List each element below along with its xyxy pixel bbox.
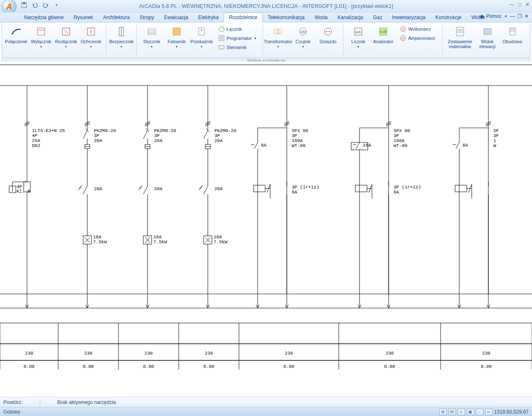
status-ortho-icon[interactable]: ▭	[485, 409, 493, 415]
tab-stropy[interactable]: Stropy	[135, 13, 159, 22]
svg-text:3P: 3P	[94, 133, 100, 138]
redo-icon[interactable]	[42, 1, 50, 9]
drawing-canvas[interactable]: 4PKl. BILTS-E3+N 254P25AD02PKZM0-203P20A…	[0, 61, 532, 391]
svg-rect-39	[484, 29, 491, 34]
svg-text:V: V	[402, 27, 404, 31]
lacznik-button[interactable]: Łącznik	[217, 25, 244, 33]
bezpiecznik-button[interactable]: Bezpiecznik▾	[110, 24, 133, 49]
przekaznik-button[interactable]: Przekaźnik▾	[190, 24, 213, 49]
svg-text:0.00: 0.00	[481, 364, 492, 369]
zestawienie-materialow-button[interactable]: Zestawienie materiałów	[446, 24, 474, 50]
tab-konstrukcje[interactable]: Konstrukcje	[431, 13, 467, 22]
svg-rect-1	[23, 2, 25, 4]
licznik-button[interactable]: kWhLicznik▾	[347, 24, 370, 49]
mdi-restore-icon[interactable]: ❐	[517, 13, 522, 19]
tab-rysunek[interactable]: Rysunek	[69, 13, 98, 22]
svg-text:0.00: 0.00	[24, 364, 34, 369]
tab-kanalizacja[interactable]: Kanalizacja	[332, 13, 368, 22]
svg-text:CM: CM	[300, 30, 306, 34]
svg-text:25A: 25A	[32, 138, 40, 143]
svg-rect-13	[199, 28, 204, 35]
qat-dropdown-icon[interactable]: ▼	[52, 1, 61, 9]
svg-text:ILTS-E3+N 25: ILTS-E3+N 25	[32, 128, 65, 133]
enclosure-icon	[506, 25, 519, 38]
svg-rect-41	[510, 29, 514, 31]
gniazdo-button[interactable]: Gniazdo	[316, 24, 340, 45]
programmer-icon	[218, 35, 225, 42]
svg-point-20	[274, 29, 279, 34]
tab-gaz[interactable]: Gaz	[368, 13, 387, 22]
status-ready: Gotowy	[3, 409, 20, 415]
svg-text:WT-00: WT-00	[292, 143, 305, 148]
tab-telekomunikacja[interactable]: Telekomunikacja	[263, 13, 310, 22]
svg-text:160A: 160A	[394, 138, 405, 143]
rozlacznik-button[interactable]: Rozłącznik▾	[54, 24, 78, 49]
close-icon[interactable]: ✕	[525, 2, 530, 7]
status-grid-icon[interactable]: ⊞	[439, 409, 447, 415]
tab-narzedzia-glowne[interactable]: Narzędzia główne	[19, 13, 69, 22]
svg-point-18	[220, 37, 223, 39]
svg-line-97	[143, 186, 148, 194]
status-snap-icon[interactable]: ∟	[476, 409, 483, 415]
wylacznik-button[interactable]: Wyłącznik▾	[30, 24, 53, 49]
save-icon[interactable]	[20, 1, 28, 9]
svg-text:3P: 3P	[154, 133, 160, 138]
svg-text:7.5kW: 7.5kW	[153, 240, 167, 245]
contactor-icon	[145, 25, 158, 38]
mdi-close-icon[interactable]: ✕	[525, 13, 529, 19]
transformator-button[interactable]: Transformator▾	[266, 24, 290, 49]
maximize-icon[interactable]: □	[518, 2, 521, 7]
svg-line-110	[204, 130, 208, 139]
czujnik-button[interactable]: CMCzujnik▾	[291, 24, 315, 49]
svg-text:SPX 00: SPX 00	[292, 128, 308, 133]
sterownik-button[interactable]: Sterownik	[217, 43, 248, 51]
surge-icon	[84, 25, 98, 38]
svg-text:20A: 20A	[154, 186, 163, 191]
amperomierz-button[interactable]: AAmperomierz	[398, 34, 437, 42]
svg-text:6A: 6A	[261, 143, 267, 148]
tab-elektryka[interactable]: Elektryka	[193, 13, 224, 22]
status-3d-icon[interactable]: 3D	[448, 409, 456, 415]
svg-line-164	[356, 142, 360, 149]
socket-icon	[321, 25, 335, 38]
tab-architektura[interactable]: Architektura	[98, 13, 135, 22]
active-tool-status: Brak aktywnego narzędzia	[57, 399, 116, 405]
svg-rect-170	[355, 185, 367, 192]
svg-text:3P (1r+1z): 3P (1r+1z)	[394, 185, 421, 190]
obudowa-button[interactable]: Obudowa	[501, 24, 524, 45]
tab-rozdzielnice[interactable]: Rozdzielnice	[224, 12, 263, 22]
stycznik-button[interactable]: Stycznik▾	[140, 24, 163, 49]
breaker-icon	[34, 25, 48, 38]
minimize-icon[interactable]: —	[509, 2, 514, 7]
schematic-drawing: 4PKl. BILTS-E3+N 254P25AD02PKZM0-203P20A…	[0, 61, 532, 377]
status-layers-icon[interactable]: ≡	[458, 409, 465, 415]
tab-woda[interactable]: Woda	[310, 13, 332, 22]
falownik-button[interactable]: Falownik▾	[165, 24, 188, 49]
svg-text:6A: 6A	[463, 143, 468, 148]
mdi-minimize-icon[interactable]: —	[510, 13, 515, 19]
analizator-button[interactable]: 0.33Analizator	[372, 24, 395, 45]
svg-line-138	[254, 142, 258, 149]
svg-text:WT-00: WT-00	[394, 143, 407, 148]
svg-text:230: 230	[205, 351, 213, 356]
app-menu-orb[interactable]: A	[2, 0, 17, 14]
svg-line-88	[143, 130, 148, 139]
programator-button[interactable]: Programator▾	[217, 34, 258, 42]
ochronnik-button[interactable]: Ochronnik▾	[79, 24, 103, 49]
sensor-icon: CM	[296, 25, 310, 38]
tab-inwentaryzacja[interactable]: Inwentaryzacja	[387, 13, 430, 22]
svg-point-14	[201, 29, 202, 31]
svg-text:3P: 3P	[214, 133, 220, 138]
polaczenie-button[interactable]: Połączenie	[5, 24, 28, 45]
help-label[interactable]: Pomoc	[486, 13, 502, 19]
status-hatch-icon[interactable]: ▦	[467, 409, 474, 415]
woltomierz-button[interactable]: VWoltomierz	[398, 25, 433, 33]
undo-icon[interactable]	[31, 1, 39, 9]
help-dropdown-icon[interactable]: ▼	[504, 15, 507, 18]
svg-text:D02: D02	[32, 143, 40, 148]
titlebar: A ▼ ArCADia 5.6 PL - WEWNĘTRZNA, NIEKOME…	[0, 0, 532, 12]
help-icon[interactable]: ◉	[480, 13, 484, 19]
svg-text:16A: 16A	[214, 235, 222, 240]
tab-ewakuacja[interactable]: Ewakuacja	[159, 13, 193, 22]
widok-elewacji-button[interactable]: Widok elewacji	[476, 24, 499, 50]
